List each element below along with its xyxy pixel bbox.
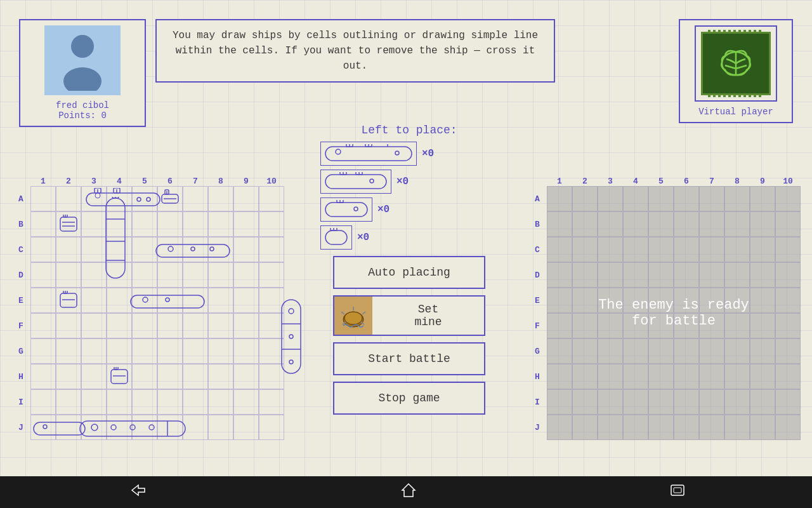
- svg-point-21: [168, 246, 173, 251]
- col-7: 7: [183, 177, 208, 186]
- egrid-row-A: A: [528, 186, 801, 211]
- player-points: Points: 0: [25, 110, 140, 121]
- player-grid-col-labels: 1 2 3 4 5 6 7 8 9 10: [30, 177, 284, 186]
- svg-point-1: [63, 67, 102, 91]
- egrid-row-G: G: [528, 338, 801, 364]
- grid-row-B: B: [11, 211, 284, 237]
- virtual-avatar: [695, 25, 777, 102]
- col-1: 1: [30, 177, 56, 186]
- svg-rect-73: [325, 231, 347, 244]
- svg-point-10: [147, 197, 150, 201]
- grid-row-D: D: [11, 262, 284, 288]
- svg-point-0: [71, 35, 94, 58]
- player-card: fred cibol Points: 0: [19, 19, 146, 127]
- egrid-row-J: J: [528, 415, 801, 440]
- enemy-grid-rows: A B C D E F G H I J The enemy is ready f…: [528, 186, 801, 440]
- egrid-row-F: F: [528, 313, 801, 338]
- nav-bar: [0, 476, 812, 508]
- svg-point-23: [210, 247, 214, 251]
- svg-rect-84: [674, 488, 681, 493]
- player-avatar: [44, 25, 121, 95]
- ecol-4: 4: [623, 177, 648, 186]
- home-button[interactable]: [400, 481, 417, 504]
- grid-row-E: E: [11, 288, 284, 313]
- grid-row-J: J: [11, 415, 284, 440]
- col-8: 8: [208, 177, 233, 186]
- svg-point-62: [395, 151, 399, 155]
- svg-point-54: [289, 360, 293, 364]
- svg-rect-3: [86, 193, 160, 206]
- svg-rect-63: [325, 175, 386, 189]
- svg-point-22: [191, 247, 195, 251]
- col-10: 10: [259, 177, 284, 186]
- svg-point-53: [289, 335, 293, 338]
- ecol-1: 1: [547, 177, 572, 186]
- ecol-10: 10: [775, 177, 801, 186]
- egrid-row-H: H: [528, 364, 801, 389]
- grid-row-G: G: [11, 338, 284, 364]
- svg-point-4: [95, 193, 100, 198]
- player-grid-rows: A: [11, 186, 284, 440]
- svg-rect-49: [282, 300, 301, 373]
- egrid-row-B: B: [528, 211, 801, 237]
- svg-point-77: [344, 312, 362, 324]
- col-9: 9: [233, 177, 259, 186]
- recent-button[interactable]: [669, 483, 686, 502]
- player-grid[interactable]: 1 2 3 4 5 6 7 8 9 10 A: [11, 177, 284, 440]
- svg-point-38: [91, 424, 98, 431]
- grid-row-H: H: [11, 364, 284, 389]
- game-area: fred cibol Points: 0 You may draw ships …: [0, 0, 812, 476]
- svg-rect-35: [34, 422, 85, 435]
- svg-point-39: [111, 425, 116, 430]
- svg-point-68: [370, 179, 374, 183]
- set-mine-label: Setmine: [372, 303, 484, 328]
- egrid-row-I: I: [528, 389, 801, 415]
- instruction-box: You may draw ships by cells outlining or…: [155, 19, 555, 83]
- ship-icon-2: [320, 197, 372, 222]
- enemy-grid[interactable]: 1 2 3 4 5 6 7 8 9 10 A B C D E F G H I J…: [528, 177, 801, 440]
- ship-count-4: ×0: [422, 148, 434, 159]
- ship-row-4: ×0: [320, 142, 498, 166]
- circuit-board-icon: [701, 32, 771, 95]
- left-to-place-title: Left to place:: [320, 124, 498, 137]
- start-battle-button[interactable]: Start battle: [333, 342, 485, 375]
- ship-icon-3: [320, 170, 391, 194]
- ecol-5: 5: [648, 177, 674, 186]
- ship-icon-1: [320, 225, 352, 250]
- svg-rect-31: [111, 370, 128, 384]
- mine-icon: [334, 297, 372, 335]
- back-button[interactable]: [126, 483, 148, 502]
- col-6: 6: [157, 177, 183, 186]
- svg-point-36: [43, 425, 47, 429]
- grid-row-A: A: [11, 186, 284, 211]
- stop-game-button[interactable]: Stop game: [333, 382, 485, 415]
- col-3: 3: [81, 177, 107, 186]
- ship-row-2: ×0: [320, 197, 498, 222]
- ship-icon-4: [320, 142, 417, 166]
- ecol-7: 7: [699, 177, 724, 186]
- grid-row-F: F: [11, 313, 284, 338]
- grid-row-I: I: [11, 389, 284, 415]
- set-mine-button[interactable]: Setmine: [333, 295, 485, 336]
- auto-placing-button[interactable]: Auto placing: [333, 256, 485, 289]
- svg-rect-83: [671, 485, 684, 495]
- ship-row-3: ×0: [320, 170, 498, 194]
- egrid-row-E: E: [528, 288, 801, 313]
- col-5: 5: [132, 177, 157, 186]
- svg-point-56: [336, 149, 341, 154]
- col-2: 2: [56, 177, 81, 186]
- player-name: fred cibol: [25, 100, 140, 110]
- svg-rect-69: [325, 203, 367, 217]
- grid-row-C: C: [11, 237, 284, 262]
- virtual-card: Virtual player: [679, 19, 793, 123]
- center-panel: Left to place: ×0: [320, 124, 498, 421]
- svg-point-30: [166, 298, 169, 302]
- svg-rect-24: [60, 293, 77, 307]
- ship-row-1: ×0: [320, 225, 498, 250]
- egrid-row-D: D: [528, 262, 801, 288]
- instruction-text: You may draw ships by cells outlining or…: [173, 30, 538, 72]
- svg-rect-37: [80, 421, 185, 436]
- egrid-row-C: C: [528, 237, 801, 262]
- svg-point-40: [130, 425, 135, 430]
- ecol-9: 9: [750, 177, 775, 186]
